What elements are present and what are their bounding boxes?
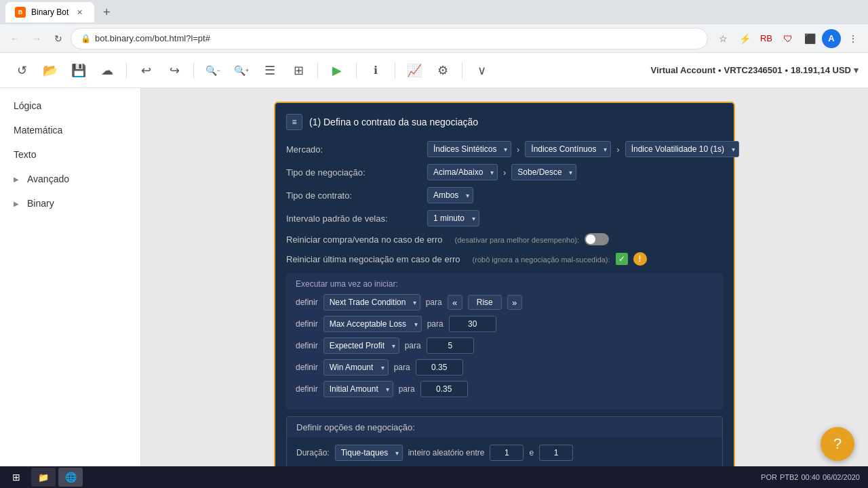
divider-2 — [193, 62, 194, 79]
start-button[interactable]: ⊞ — [3, 466, 30, 488]
value-input-1[interactable] — [449, 316, 496, 332]
taskbar-app-file[interactable]: 📁 — [31, 468, 56, 487]
mercado-select-1[interactable]: Índices Sintéticos — [427, 141, 511, 157]
divider-3 — [317, 62, 318, 79]
bookmark-icon[interactable]: ☆ — [713, 29, 732, 48]
reiniciar-toggle[interactable] — [585, 233, 609, 245]
reload-button[interactable]: ↻ — [49, 29, 68, 48]
negociacao-select-wrapper: Acima/Abaixo — [427, 164, 498, 180]
open-file-button[interactable]: 📂 — [38, 58, 62, 83]
var-select-1[interactable]: Max Acceptable Loss — [323, 316, 422, 332]
more-button[interactable]: ∨ — [469, 58, 494, 83]
taskbar: ⊞ 📁 🌐 POR PTB2 00:40 06/02/2020 — [0, 466, 868, 488]
zoom-out-button[interactable]: 🔍− — [201, 58, 225, 83]
block-title: (1) Defina o contrato da sua negociação — [309, 117, 478, 127]
chart-button[interactable]: 📈 — [402, 58, 427, 83]
forward-button[interactable]: → — [27, 29, 46, 48]
sidebar-item-logica[interactable]: Lógica — [0, 94, 140, 118]
main-toolbar: ↺ 📂 💾 ☁ ↩ ↪ 🔍− 🔍+ ☰ ⊞ ▶ ℹ 📈 ⚙ ∨ Virtual … — [0, 53, 868, 88]
exec-section: Executar uma vez ao iniciar: definir Nex… — [286, 272, 723, 409]
val1-input[interactable] — [490, 445, 524, 461]
rise-value-0[interactable]: Rise — [468, 295, 502, 310]
val2-input[interactable] — [539, 445, 573, 461]
browser-tab[interactable]: B Binary Bot ✕ — [5, 2, 94, 22]
duracao-label: Duração: — [296, 448, 330, 458]
mercado-select-3[interactable]: Índice Volatilidade 10 (1s) — [625, 141, 739, 157]
address-bar[interactable]: 🔒 bot.binary.com/bot.html?l=pt# — [71, 28, 708, 49]
var-select-4[interactable]: Initial Amount — [323, 381, 393, 397]
divider-5 — [395, 62, 395, 79]
var-select-3[interactable]: Win Amount — [323, 359, 389, 375]
block-view-button[interactable]: ⊞ — [286, 58, 311, 83]
exec-row-3: definir Win Amount para — [296, 359, 713, 375]
mercado-select-2[interactable]: Índices Contínuos — [525, 141, 611, 157]
redo-button[interactable]: ↪ — [162, 58, 186, 83]
block-icon: ≡ — [286, 114, 302, 130]
var-select-2[interactable]: Expected Profit — [323, 338, 399, 354]
intervalo-select[interactable]: 1 minuto — [427, 210, 479, 226]
cloud-button[interactable]: ☁ — [95, 58, 119, 83]
sidebar-label-logica: Lógica — [14, 100, 41, 111]
sidebar-item-matematica[interactable]: Matemática — [0, 118, 140, 142]
menu-button[interactable]: ⋮ — [844, 29, 863, 48]
mercado-row: Mercado: Índices Sintéticos › Índices Co… — [286, 141, 723, 157]
reiniciar-ultima-label: Reiniciar última negociação em caso de e… — [286, 254, 610, 264]
mercado-label: Mercado: — [286, 144, 422, 155]
sidebar-item-texto[interactable]: Texto — [0, 142, 140, 167]
value-input-3[interactable] — [416, 359, 463, 375]
sobe-select-wrapper: Sobe/Desce — [511, 164, 576, 180]
exec-row-4: definir Initial Amount para — [296, 381, 713, 397]
account-dropdown-icon[interactable]: ▾ — [854, 65, 859, 75]
quote-left-0[interactable]: « — [448, 295, 462, 310]
new-tab-button[interactable]: + — [97, 3, 116, 22]
intervalo-random-label: inteiro aleatório entre — [408, 448, 485, 458]
sidebar: Lógica Matemática Texto Avançado Binary — [0, 88, 141, 488]
options-header: Definir opções de negociação: — [287, 417, 722, 438]
browser-title-bar: B Binary Bot ✕ + — [0, 0, 868, 24]
account-section: Virtual Account • VRTC2346501 • 18.191,1… — [651, 65, 859, 75]
settings-button[interactable]: ⚙ — [431, 58, 455, 83]
extensions-icon[interactable]: ⚡ — [735, 29, 754, 48]
exec-row-2: definir Expected Profit para — [296, 338, 713, 354]
list-view-button[interactable]: ☰ — [258, 58, 282, 83]
profile-avatar[interactable]: A — [822, 29, 841, 48]
para-label-0: para — [426, 298, 442, 307]
account-sep2: • — [785, 65, 789, 75]
var-select-0[interactable]: Next Trade Condition — [323, 294, 420, 310]
negociacao-select[interactable]: Acima/Abaixo — [427, 164, 498, 180]
duracao-select[interactable]: Tique-taques — [335, 445, 403, 461]
reiniciar-checkbox[interactable]: ✓ — [616, 253, 628, 265]
quote-right-0[interactable]: » — [507, 295, 522, 310]
value-input-2[interactable] — [427, 338, 474, 354]
bot-block: ≡ (1) Defina o contrato da sua negociaçã… — [274, 102, 735, 485]
definir-label-1: definir — [296, 319, 318, 329]
account-type: Virtual Account — [651, 65, 715, 75]
value-input-4[interactable] — [420, 381, 468, 397]
tab-close-button[interactable]: ✕ — [74, 7, 85, 18]
mercado-select-wrapper: Índices Sintéticos — [427, 141, 511, 157]
sobe-select[interactable]: Sobe/Desce — [511, 164, 576, 180]
warning-icon: ! — [633, 252, 647, 266]
definir-label-3: definir — [296, 363, 318, 372]
sidebar-item-binary[interactable]: Binary — [0, 191, 140, 216]
back-button[interactable]: ← — [5, 29, 24, 48]
contrato-select[interactable]: Ambos — [427, 187, 473, 203]
undo-button[interactable]: ↩ — [134, 58, 158, 83]
account-info: Virtual Account • VRTC2346501 • 18.191,1… — [651, 65, 859, 75]
rb-icon[interactable]: RB — [757, 29, 776, 48]
taskbar-layout: POR — [761, 473, 777, 481]
zoom-in-button[interactable]: 🔍+ — [229, 58, 254, 83]
sidebar-item-avancado[interactable]: Avançado — [0, 167, 140, 191]
para-label-2: para — [405, 341, 421, 350]
save-button[interactable]: 💾 — [66, 58, 91, 83]
shield-icon[interactable]: 🛡 — [778, 29, 797, 48]
help-button[interactable]: ? — [821, 427, 854, 461]
taskbar-app-chrome[interactable]: 🌐 — [58, 468, 83, 487]
info-button[interactable]: ℹ — [363, 58, 388, 83]
extension2-icon[interactable]: ⬛ — [800, 29, 819, 48]
run-button[interactable]: ▶ — [325, 58, 349, 83]
tab-title: Binary Bot — [31, 7, 68, 17]
reload-tool-button[interactable]: ↺ — [9, 58, 34, 83]
taskbar-time: 00:40 — [801, 473, 820, 481]
var-select-wrapper-4: Initial Amount — [323, 381, 393, 397]
